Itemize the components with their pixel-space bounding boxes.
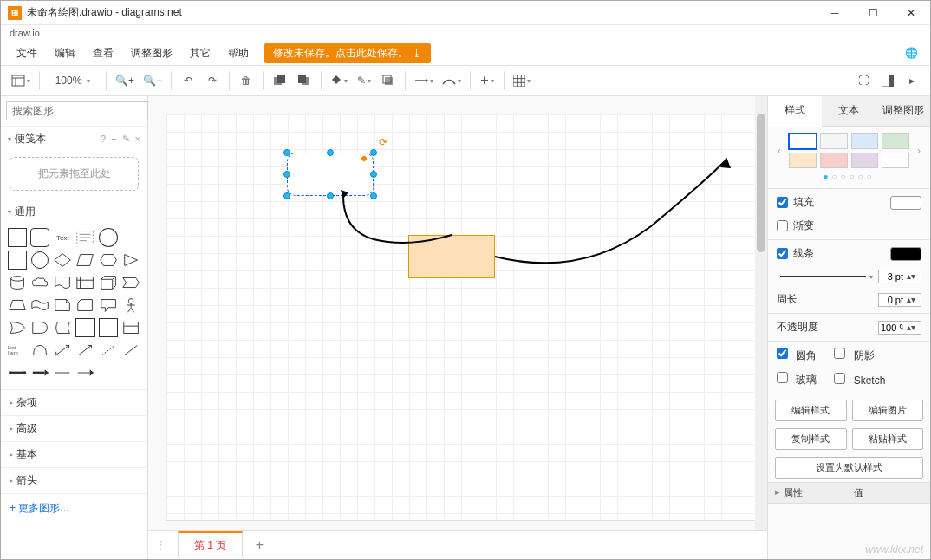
to-front-button[interactable] — [269, 69, 291, 92]
connection-button[interactable]: ▾ — [411, 69, 437, 92]
menu-edit[interactable]: 编辑 — [46, 42, 84, 64]
general-header[interactable]: ▾ 通用 — [1, 199, 147, 225]
color-swatch[interactable] — [820, 133, 848, 149]
line-checkbox[interactable] — [777, 248, 788, 259]
shape-cube[interactable] — [99, 273, 118, 292]
category-misc[interactable]: ▸杂项 — [1, 389, 147, 415]
shape-link2[interactable] — [30, 363, 49, 382]
category-arrows[interactable]: ▸箭头 — [1, 467, 147, 493]
swatch-pager[interactable]: ●○○○○○ — [768, 170, 930, 186]
color-swatch[interactable] — [882, 133, 909, 149]
shape-list[interactable] — [121, 318, 140, 337]
shape-tape[interactable] — [30, 296, 49, 315]
page-tab-1[interactable]: 第 1 页 — [178, 531, 243, 558]
scrollbar-thumb[interactable] — [757, 114, 765, 252]
shape-callout[interactable] — [99, 296, 118, 315]
scratchpad-header[interactable]: ▾ 便笺本 ? + ✎ × — [1, 127, 147, 152]
shape-link4[interactable] — [75, 363, 94, 382]
resize-handle[interactable] — [370, 171, 377, 178]
waypoint-button[interactable]: ▾ — [439, 69, 465, 92]
scratchpad-dropzone[interactable]: 把元素拖至此处 — [10, 157, 139, 191]
minimize-button[interactable]: ─ — [816, 1, 854, 25]
color-swatch[interactable] — [851, 153, 879, 168]
properties-header[interactable]: ▸ 属性 值 — [768, 482, 930, 504]
swatch-next[interactable]: › — [913, 145, 925, 157]
shape-step[interactable] — [121, 273, 140, 292]
line-color-button[interactable]: ✎▾ — [353, 69, 375, 92]
shape-blank1[interactable] — [121, 228, 140, 247]
more-shapes-link[interactable]: + 更多图形... — [1, 493, 147, 523]
edit-style-button[interactable]: 编辑样式 — [775, 400, 847, 421]
tab-text[interactable]: 文本 — [822, 96, 876, 126]
insert-button[interactable]: +▾ — [476, 69, 498, 92]
menu-arrange[interactable]: 调整图形 — [122, 42, 181, 64]
paste-style-button[interactable]: 粘贴样式 — [852, 428, 924, 450]
collapse-button[interactable]: ▸ — [901, 69, 923, 92]
shape-line[interactable] — [121, 341, 140, 360]
line-width-input[interactable]: ▴▾ — [878, 270, 921, 283]
resize-handle[interactable] — [370, 149, 377, 156]
category-advanced[interactable]: ▸高级 — [1, 415, 147, 441]
perimeter-input[interactable]: ▴▾ — [878, 293, 921, 307]
resize-handle[interactable] — [283, 192, 290, 199]
shape-cylinder[interactable] — [8, 273, 27, 292]
table-button[interactable]: ▾ — [510, 69, 534, 92]
shape-square[interactable] — [8, 251, 27, 270]
line-color-chip[interactable] — [890, 247, 921, 261]
zoom-select[interactable]: 100%▾ — [45, 69, 101, 92]
view-button[interactable]: ▾ — [8, 69, 34, 92]
tab-style[interactable]: 样式 — [768, 96, 822, 127]
vertical-scrollbar[interactable] — [755, 96, 767, 530]
shadow-checkbox[interactable] — [834, 348, 845, 359]
shape-text[interactable]: Text — [53, 228, 72, 247]
zoom-out-button[interactable]: 🔍− — [140, 69, 166, 92]
rotate-handle[interactable]: ⟳ — [379, 136, 387, 145]
shape-document[interactable] — [53, 273, 72, 292]
swatch-prev[interactable]: ‹ — [773, 145, 785, 157]
scratchpad-add[interactable]: + — [111, 133, 116, 145]
shape-arrow[interactable] — [75, 341, 94, 360]
shape-parallelogram[interactable] — [75, 251, 94, 270]
rounded-checkbox[interactable] — [777, 348, 788, 359]
redo-button[interactable]: ↷ — [201, 69, 224, 92]
tab-arrange[interactable]: 调整图形 — [876, 96, 930, 126]
search-input[interactable] — [6, 101, 147, 120]
maximize-button[interactable]: ☐ — [854, 1, 892, 25]
shape-bidir-arrow[interactable] — [53, 341, 72, 360]
menu-help[interactable]: 帮助 — [219, 42, 257, 64]
shape-circle[interactable] — [31, 251, 49, 269]
color-swatch[interactable] — [820, 153, 848, 168]
shape-rect[interactable] — [8, 228, 27, 247]
sketch-checkbox[interactable] — [834, 373, 845, 384]
shape-link3[interactable] — [53, 363, 72, 382]
shape-or[interactable] — [8, 318, 27, 337]
shape-card[interactable] — [75, 296, 94, 315]
zoom-in-button[interactable]: 🔍+ — [112, 69, 138, 92]
resize-handle[interactable] — [283, 149, 290, 156]
to-back-button[interactable] — [293, 69, 316, 92]
pages-menu[interactable]: ⋮ — [148, 539, 173, 551]
opacity-input[interactable]: ▴▾ — [878, 321, 921, 335]
resize-handle[interactable] — [327, 192, 334, 199]
shape-curve[interactable] — [30, 341, 49, 360]
orange-rect-shape[interactable] — [408, 235, 495, 278]
shadow-button[interactable] — [377, 69, 400, 92]
shape-triangle[interactable] — [121, 251, 140, 270]
resize-handle[interactable] — [327, 149, 334, 156]
shape-ellipse[interactable] — [99, 228, 118, 247]
resize-handle[interactable] — [370, 192, 377, 199]
fill-color-button[interactable]: ▾ — [327, 69, 351, 92]
shape-diamond[interactable] — [53, 251, 72, 270]
color-swatch[interactable] — [851, 133, 879, 149]
delete-button[interactable]: 🗑 — [235, 69, 257, 92]
shape-data-storage[interactable] — [53, 318, 72, 337]
gradient-checkbox[interactable] — [777, 220, 788, 231]
shape-rounded-rect[interactable] — [30, 228, 49, 247]
language-button[interactable]: 🌐 — [899, 41, 923, 65]
scratchpad-edit[interactable]: ✎ — [122, 133, 130, 145]
line-style-select[interactable]: ▾ — [777, 273, 873, 281]
fill-color-chip[interactable] — [890, 196, 921, 210]
color-swatch[interactable] — [789, 153, 817, 168]
set-default-style-button[interactable]: 设置为默认样式 — [775, 457, 923, 479]
add-page-button[interactable]: + — [246, 537, 272, 553]
